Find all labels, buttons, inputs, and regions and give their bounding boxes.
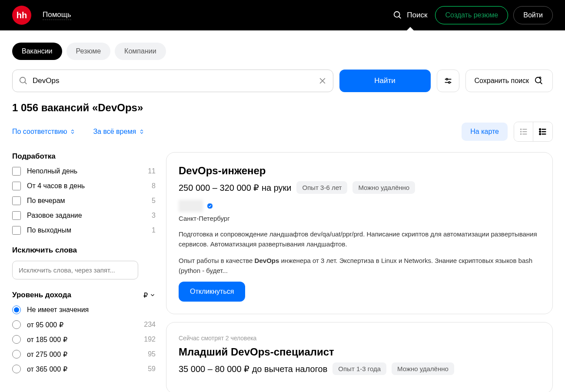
- filter-radio[interactable]: [12, 306, 21, 314]
- svg-point-22: [539, 133, 541, 135]
- svg-point-18: [539, 129, 541, 130]
- search-box: [12, 70, 333, 92]
- filter-label: По выходным: [27, 226, 152, 234]
- view-toggle: [514, 122, 553, 142]
- svg-point-2: [20, 77, 26, 83]
- filter-label: Разовое задание: [27, 212, 152, 219]
- filter-label: Не имеет значения: [27, 306, 156, 314]
- svg-line-11: [540, 82, 542, 84]
- svg-point-10: [535, 77, 541, 83]
- filter-count: 234: [144, 321, 156, 329]
- filter-exclude-title: Исключить слова: [12, 246, 156, 255]
- find-button[interactable]: Найти: [339, 70, 431, 92]
- filter-label: от 275 000 ₽: [27, 350, 148, 359]
- filter-label: от 365 000 ₽: [27, 365, 148, 373]
- sort-icon: [70, 129, 76, 135]
- list-detailed-icon: [538, 127, 548, 136]
- filter-radio[interactable]: [12, 320, 21, 329]
- tab-companies[interactable]: Компании: [115, 43, 166, 60]
- filters-button[interactable]: [437, 70, 459, 92]
- help-link[interactable]: Помощь: [43, 10, 71, 20]
- sort-relevance-label: По соответствию: [12, 128, 67, 136]
- view-compact-button[interactable]: [514, 122, 533, 141]
- header-search[interactable]: Поиск: [393, 10, 427, 20]
- sort-relevance[interactable]: По соответствию: [12, 128, 76, 136]
- save-search-label: Сохранить поиск: [475, 77, 529, 85]
- filter-label: По вечерам: [27, 197, 152, 205]
- tab-vacancies[interactable]: Вакансии: [12, 43, 62, 60]
- create-resume-button[interactable]: Создать резюме: [435, 6, 508, 24]
- filter-row[interactable]: от 275 000 ₽95: [12, 350, 156, 359]
- filter-label: от 95 000 ₽: [27, 321, 144, 329]
- vacancy-tag: Опыт 1-3 года: [332, 362, 386, 375]
- vacancy-requirements: Опыт работы в качестве DevOps инженера о…: [179, 256, 540, 276]
- sort-time[interactable]: За всё время: [93, 128, 145, 136]
- filter-checkbox[interactable]: [12, 167, 21, 176]
- logo[interactable]: hh: [12, 6, 31, 25]
- header-search-label: Поиск: [407, 11, 427, 20]
- sort-time-label: За всё время: [93, 128, 136, 136]
- filter-row[interactable]: от 365 000 ₽59: [12, 365, 156, 373]
- filter-row[interactable]: от 95 000 ₽234: [12, 320, 156, 329]
- svg-line-3: [25, 82, 27, 84]
- apply-button[interactable]: Откликнуться: [179, 282, 245, 302]
- svg-point-0: [394, 12, 400, 17]
- results-heading: 1 056 вакансий «DevOps»: [12, 102, 553, 114]
- search-icon: [393, 10, 402, 20]
- currency-selector[interactable]: ₽: [143, 291, 156, 299]
- header: hh Помощь Поиск Создать резюме Войти: [0, 0, 565, 30]
- currency-label: ₽: [143, 291, 148, 299]
- vacancy-location: Санкт-Петербург: [179, 215, 540, 222]
- vacancy-card: Сейчас смотрят 2 человека Младший DevOps…: [166, 322, 553, 392]
- login-button[interactable]: Войти: [513, 6, 553, 24]
- filter-row[interactable]: От 4 часов в день8: [12, 182, 156, 190]
- filter-row[interactable]: По вечерам5: [12, 196, 156, 205]
- vacancy-salary: 250 000 – 320 000 ₽ на руки: [179, 183, 291, 193]
- filter-label: Неполный день: [27, 167, 148, 175]
- vacancy-title[interactable]: DevOps-инженер: [179, 165, 540, 177]
- verified-icon: [206, 203, 213, 209]
- filter-radio[interactable]: [12, 335, 21, 344]
- watching-now: Сейчас смотрят 2 человека: [179, 335, 540, 342]
- filter-row[interactable]: По выходным1: [12, 226, 156, 235]
- svg-point-14: [520, 131, 521, 132]
- filter-count: 1: [152, 226, 156, 234]
- vacancy-title[interactable]: Младший DevOps-специалист: [179, 346, 540, 358]
- exclude-input[interactable]: [12, 261, 138, 279]
- view-detailed-button[interactable]: [533, 122, 552, 141]
- filter-checkbox[interactable]: [12, 196, 21, 205]
- save-search-button[interactable]: Сохранить поиск: [465, 70, 553, 92]
- filter-count: 59: [148, 365, 156, 373]
- filter-radio[interactable]: [12, 365, 21, 373]
- vacancy-salary: 35 000 – 80 000 ₽ до вычета налогов: [179, 364, 327, 374]
- map-button[interactable]: На карте: [462, 123, 508, 141]
- tabs: Вакансии Резюме Компании: [12, 43, 553, 60]
- svg-point-9: [448, 82, 450, 83]
- filter-checkbox[interactable]: [12, 226, 21, 235]
- svg-line-1: [399, 17, 401, 19]
- filter-label: От 4 часов в день: [27, 182, 152, 190]
- filter-row[interactable]: от 185 000 ₽192: [12, 335, 156, 344]
- sliders-icon: [443, 76, 453, 86]
- filter-count: 95: [148, 350, 156, 358]
- vacancy-tag: Можно удалённо: [392, 362, 454, 375]
- filter-checkbox[interactable]: [12, 211, 21, 220]
- filter-parttime-title: Подработка: [12, 152, 156, 161]
- filter-income-title: Уровень дохода: [12, 291, 71, 299]
- chevron-down-icon: [150, 292, 156, 298]
- search-icon: [19, 76, 28, 86]
- search-input[interactable]: [28, 76, 318, 85]
- filter-row[interactable]: Разовое задание3: [12, 211, 156, 220]
- tab-resumes[interactable]: Резюме: [66, 43, 111, 60]
- filter-checkbox[interactable]: [12, 182, 21, 190]
- vacancy-list: DevOps-инженер 250 000 – 320 000 ₽ на ру…: [166, 152, 553, 392]
- clear-icon[interactable]: [318, 76, 327, 85]
- vacancy-company[interactable]: [179, 200, 540, 212]
- svg-point-7: [446, 79, 448, 80]
- heart-search-icon: [534, 76, 544, 86]
- filter-radio[interactable]: [12, 350, 21, 359]
- filter-label: от 185 000 ₽: [27, 336, 144, 344]
- filter-count: 5: [152, 197, 156, 205]
- filter-row[interactable]: Не имеет значения: [12, 306, 156, 314]
- filter-row[interactable]: Неполный день11: [12, 167, 156, 176]
